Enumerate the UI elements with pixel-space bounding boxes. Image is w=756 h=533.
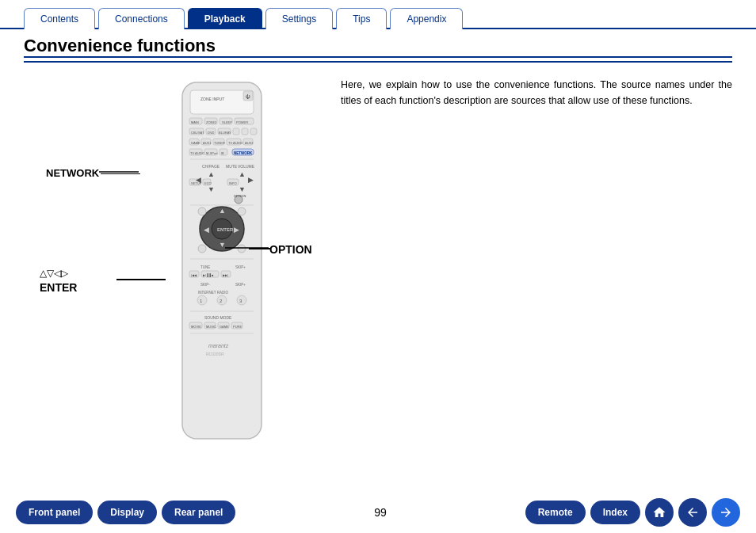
main-content: NETWORK △▽◁▷ ENTER OPTION ZONE INPUT ⏻ [0,63,756,466]
option-connector [225,246,269,249]
tab-contents[interactable]: Contents [24,8,95,29]
tab-settings[interactable]: Settings [265,8,333,29]
svg-rect-20 [242,128,248,135]
svg-text:M-XPort: M-XPort [206,151,219,155]
svg-text:◀: ◀ [196,176,201,184]
svg-text:SKIP+: SKIP+ [235,265,246,269]
home-button[interactable] [645,498,674,527]
svg-text:MUTE: MUTE [226,164,238,169]
forward-button[interactable] [712,498,740,527]
svg-text:AUX1: AUX1 [203,141,212,145]
svg-text:⏻: ⏻ [246,94,250,99]
svg-text:▶: ▶ [234,226,239,234]
svg-text:▲: ▲ [239,170,246,178]
svg-text:TUNE: TUNE [200,265,210,269]
remote-section: NETWORK △▽◁▷ ENTER OPTION ZONE INPUT ⏻ [24,70,325,459]
index-button[interactable]: Index [590,501,640,524]
tab-bar: Contents Connections Playback Settings T… [0,0,756,29]
forward-icon [719,505,733,520]
back-button[interactable] [678,498,707,527]
rear-panel-button[interactable]: Rear panel [162,501,235,524]
footer: Front panel Display Rear panel 99 Remote… [0,492,756,533]
tab-playback[interactable]: Playback [188,8,262,29]
svg-text:GAME: GAME [191,141,200,145]
display-button[interactable]: Display [97,501,157,524]
network-label: NETWORK [46,167,99,179]
svg-text:BLURAY: BLURAY [219,131,231,135]
svg-text:|◀◀: |◀◀ [191,273,197,277]
svg-text:INTERNET RADIO: INTERNET RADIO [198,291,228,295]
svg-text:marantz: marantz [208,343,229,348]
svg-point-67 [238,207,246,215]
description-section: Here, we explain how to use the convenie… [325,70,732,459]
page-number: 99 [240,506,520,519]
enter-label: △▽◁▷ ENTER [40,267,77,295]
svg-text:DVD: DVD [208,131,215,135]
svg-text:OPTION: OPTION [234,194,246,198]
svg-text:ZONE INPUT: ZONE INPUT [200,97,224,101]
tab-connections[interactable]: Connections [98,8,185,29]
tab-appendix[interactable]: Appendix [390,8,463,29]
page-title: Convenience functions [24,36,732,58]
svg-text:INFO: INFO [229,181,237,185]
home-icon [652,505,666,520]
arrows-label: △▽◁▷ [40,267,77,280]
svg-text:SKIP-: SKIP- [200,283,210,287]
svg-text:MOVIE: MOVIE [191,325,201,329]
svg-text:AUX2: AUX2 [245,141,254,145]
svg-text:RC020SR: RC020SR [206,352,224,356]
back-icon [685,505,700,520]
svg-text:ZONE2: ZONE2 [206,120,217,124]
svg-text:▲: ▲ [219,207,226,215]
svg-point-66 [198,207,206,215]
svg-text:TUNER: TUNER [214,141,225,145]
remote-button[interactable]: Remote [525,501,586,524]
svg-text:▶: ▶ [248,176,254,184]
svg-text:NETWORK: NETWORK [234,151,253,155]
svg-rect-19 [233,128,239,135]
svg-text:PURE: PURE [233,325,242,329]
svg-text:SKIP+: SKIP+ [235,283,246,287]
tab-tips[interactable]: Tips [336,8,387,29]
svg-point-68 [198,245,206,253]
svg-text:▼: ▼ [208,185,215,193]
svg-text:GAME: GAME [220,325,229,329]
svg-text:ENTER: ENTER [217,227,234,232]
svg-text:◀: ◀ [204,226,209,234]
svg-text:TV AUDIO: TV AUDIO [190,151,205,155]
svg-text:SOUND MODE: SOUND MODE [204,315,232,320]
svg-text:MUSIC: MUSIC [206,325,216,329]
svg-text:VOLUME: VOLUME [238,164,255,169]
svg-rect-0 [182,82,262,439]
remote-svg: ZONE INPUT ⏻ MAIN ZONE2 SLEEP POWER CBL/… [178,78,265,443]
option-label: OPTION [269,243,312,256]
remote-image: ZONE INPUT ⏻ MAIN ZONE2 SLEEP POWER CBL/… [178,78,265,445]
network-connector [99,170,139,173]
svg-text:▲: ▲ [208,170,215,178]
description-text: Here, we explain how to use the convenie… [341,77,732,109]
svg-text:▶▶|: ▶▶| [223,273,228,277]
svg-rect-21 [250,128,257,135]
svg-text:CH/PAGE: CH/PAGE [202,164,220,169]
front-panel-button[interactable]: Front panel [16,501,93,524]
svg-text:TV AUDIO: TV AUDIO [228,141,243,145]
svg-text:CBL/SAT: CBL/SAT [191,131,204,135]
enter-text: ENTER [40,280,77,296]
svg-text:▼: ▼ [239,185,246,193]
svg-text:POWER: POWER [236,120,248,124]
svg-text:MAIN: MAIN [191,120,199,124]
enter-connector-line [116,279,166,280]
svg-text:SLEEP: SLEEP [222,120,232,124]
svg-text:IB: IB [221,151,224,155]
